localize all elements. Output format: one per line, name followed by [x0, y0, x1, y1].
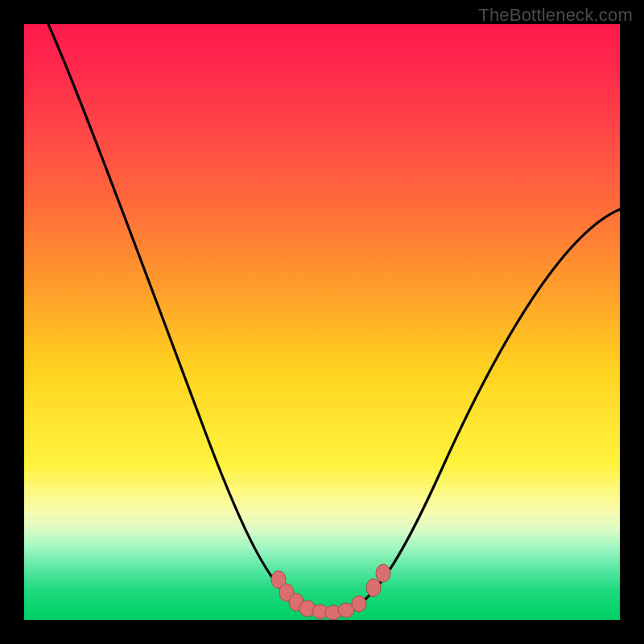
- svg-point-7: [352, 596, 366, 612]
- watermark-text: TheBottleneck.com: [478, 5, 633, 26]
- svg-point-9: [376, 564, 390, 582]
- svg-point-8: [366, 579, 381, 597]
- bottleneck-curve: [48, 24, 620, 613]
- flat-region-dots: [271, 564, 390, 620]
- plot-area: [24, 24, 620, 620]
- chart-svg: [24, 24, 620, 620]
- chart-frame: TheBottleneck.com: [0, 0, 644, 644]
